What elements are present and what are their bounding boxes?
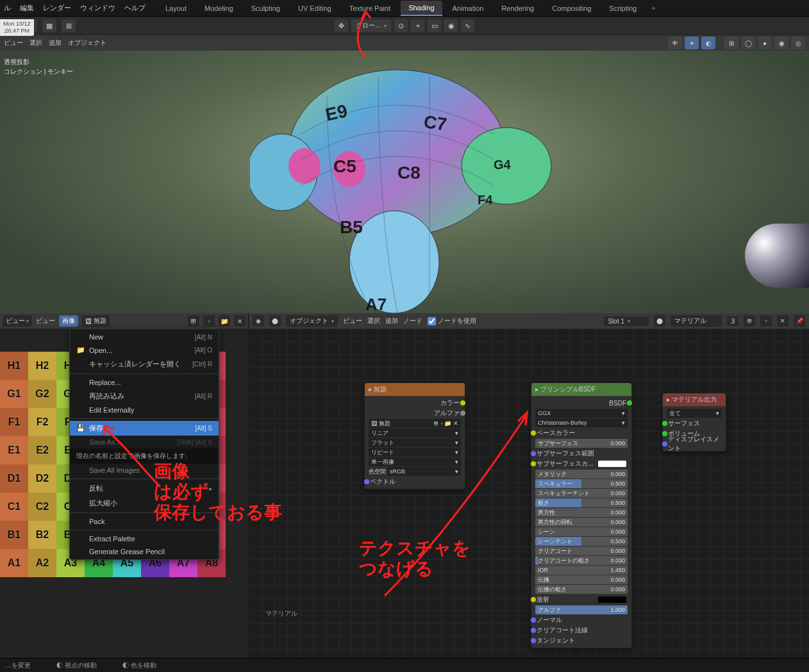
- proportional-icon[interactable]: ◉: [444, 19, 458, 32]
- viewrow-add[interactable]: 追加: [49, 38, 62, 47]
- bsdf-aniso[interactable]: 異方性0.000: [535, 508, 628, 517]
- use-nodes-check[interactable]: ノードを使用: [428, 316, 476, 325]
- bsdf-rough[interactable]: 粗さ0.500: [535, 498, 628, 507]
- menu-help[interactable]: ヘルプ: [124, 3, 146, 13]
- viewrow-object[interactable]: オブジェクト: [68, 38, 106, 47]
- sock-sradius[interactable]: サブサーフェス範囲: [534, 448, 629, 459]
- bsdf-sheentint[interactable]: シーンチント0.500: [535, 537, 628, 546]
- menu-extract[interactable]: Extract Palette: [70, 532, 219, 545]
- node-view[interactable]: ビュー: [343, 316, 362, 325]
- sock-emit[interactable]: 放射: [534, 594, 629, 605]
- tab-uv[interactable]: UV Editing: [290, 1, 339, 16]
- node-context-dd[interactable]: オブジェクト: [286, 315, 338, 327]
- tab-compositing[interactable]: Compositing: [544, 1, 599, 16]
- sock-in-vector[interactable]: ベクトル: [367, 477, 462, 487]
- sock-surface[interactable]: サーフェス: [665, 418, 723, 429]
- menu-edit[interactable]: 編集: [20, 3, 34, 13]
- xray-icon[interactable]: ⊞: [724, 37, 738, 49]
- menu-new[interactable]: New[Alt] N: [70, 331, 219, 343]
- shading-rendered-icon[interactable]: ◎: [791, 37, 805, 49]
- pivot-icon[interactable]: ⊙: [394, 19, 408, 32]
- menu-replace[interactable]: Replace...: [70, 376, 219, 389]
- tab-scripting[interactable]: Scripting: [601, 1, 644, 16]
- bsdf-trans[interactable]: 伝播0.000: [535, 575, 628, 584]
- image-texture-node[interactable]: ▸ 無題 カラー アルファ 🖼 無題⛨ ▫ 📁 ✕ リニア▾ フラット▾ リピー…: [364, 382, 465, 489]
- bsdf-title[interactable]: ▸ プリンシプルBSDF: [531, 383, 631, 396]
- bsdf-alpha[interactable]: アルファ1.000: [535, 605, 628, 614]
- menu-window[interactable]: ウィンドウ: [80, 3, 115, 13]
- bsdf-sheen[interactable]: シーン0.000: [535, 527, 628, 536]
- material-output-node[interactable]: ▸ マテリアル出力 全て▾ サーフェス ボリューム ディスプレイスメント: [662, 393, 726, 452]
- nodetype-shader-icon[interactable]: ⬤: [269, 315, 281, 327]
- uv-image-field[interactable]: 🖼 無題: [82, 315, 110, 327]
- bsdf-transrough[interactable]: 伝播の粗さ0.000: [535, 585, 628, 594]
- sock-out-alpha[interactable]: アルファ: [367, 408, 462, 418]
- viewport-3d[interactable]: 透視投影 コレクション | モンキー E9 C7 C5 C8 G4: [0, 51, 809, 313]
- output-title[interactable]: ▸ マテリアル出力: [663, 393, 726, 406]
- menu-reload[interactable]: 再読み込み[Alt] R: [70, 389, 219, 404]
- menu-scale[interactable]: 拡大縮小: [70, 496, 219, 511]
- imgnode-interp[interactable]: リニア▾: [369, 429, 461, 438]
- sock-scolor[interactable]: サブサーフェスカ...: [534, 459, 629, 469]
- sock-tangent[interactable]: タンジェント: [534, 635, 629, 646]
- mat-pin-icon[interactable]: 📌: [794, 315, 805, 327]
- sock-normal[interactable]: ノーマル: [534, 615, 629, 625]
- bsdf-dist[interactable]: GGX▾: [535, 409, 628, 418]
- matball-icon[interactable]: ⬤: [654, 315, 665, 327]
- uv-newimage-icon[interactable]: ▫: [203, 315, 215, 327]
- tab-add[interactable]: ＋: [647, 3, 660, 13]
- menu-edit-ext[interactable]: Edit Externally: [70, 404, 219, 416]
- shading-matprev-icon[interactable]: ◉: [774, 37, 788, 49]
- bsdf-ccrough[interactable]: クリアコートの粗さ0.030: [535, 556, 628, 565]
- menu-open[interactable]: 📁Open...[Alt] O: [70, 343, 219, 357]
- viewrow-select[interactable]: 選択: [29, 38, 42, 47]
- menu-pack[interactable]: Pack: [70, 515, 219, 528]
- mat-users[interactable]: 3: [727, 316, 738, 326]
- bsdf-ior[interactable]: IOR1.450: [535, 566, 628, 575]
- sock-disp[interactable]: ディスプレイスメント: [665, 439, 723, 449]
- menu-save-as[interactable]: Save As...[Shift] [Alt] S: [70, 436, 219, 448]
- mat-new-icon[interactable]: ▫: [760, 315, 772, 327]
- uv-editor-dd[interactable]: ビュー: [3, 315, 32, 327]
- tab-animation[interactable]: Animation: [445, 1, 492, 16]
- use-nodes-checkbox[interactable]: [428, 317, 436, 325]
- imgnode-title[interactable]: ▸ 無題: [365, 383, 465, 396]
- imgnode-source[interactable]: 単一画像▾: [369, 457, 461, 466]
- menu-grease[interactable]: Generate Grease Pencil: [70, 545, 219, 558]
- sock-ccnorm[interactable]: クリアコート法線: [534, 625, 629, 635]
- tab-modeling[interactable]: Modeling: [197, 1, 241, 16]
- overlay-icon[interactable]: ◐: [701, 37, 715, 49]
- tab-texpaint[interactable]: Texture Paint: [342, 1, 398, 16]
- bsdf-sss[interactable]: Christensen-Burley▾: [535, 418, 628, 427]
- tab-sculpting[interactable]: Sculpting: [244, 1, 288, 16]
- visibility-icon[interactable]: 👁: [668, 37, 682, 49]
- layout-icon-3[interactable]: ⊞: [62, 19, 76, 32]
- gizmo-icon[interactable]: ✦: [685, 37, 699, 49]
- bsdf-anisorot[interactable]: 異方性の回転0.000: [535, 518, 628, 527]
- menu-invert[interactable]: 反転▸: [70, 481, 219, 496]
- bsdf-spec[interactable]: スペキュラー0.500: [535, 479, 628, 488]
- menu-save[interactable]: 💾保存[Alt] S: [70, 421, 219, 436]
- shading-solid-icon[interactable]: ●: [758, 37, 772, 49]
- principled-bsdf-node[interactable]: ▸ プリンシプルBSDF BSDF GGX▾ Christensen-Burle…: [531, 382, 632, 648]
- bsdf-spectint[interactable]: スペキュラーチント0.000: [535, 489, 628, 498]
- layout-icon-2[interactable]: ▦: [42, 19, 56, 32]
- uv-close-icon[interactable]: ✕: [234, 315, 246, 327]
- orientation-icon[interactable]: ✥: [334, 19, 348, 32]
- menu-save-all[interactable]: Save All Images: [70, 464, 219, 477]
- imgnode-image-dd[interactable]: 🖼 無題⛨ ▫ 📁 ✕: [369, 419, 461, 428]
- viewrow-view[interactable]: ビュー: [4, 38, 23, 47]
- uv-shield-icon[interactable]: ⛨: [188, 315, 199, 327]
- sock-basecolor[interactable]: ベースカラー: [534, 428, 629, 438]
- mat-unlink-icon[interactable]: ✕: [777, 315, 788, 327]
- node-add[interactable]: 追加: [385, 316, 398, 325]
- node-select[interactable]: 選択: [367, 316, 380, 325]
- uv-openfolder-icon[interactable]: 📁: [219, 315, 230, 327]
- tab-shading[interactable]: Shading: [401, 1, 442, 16]
- node-node[interactable]: ノード: [403, 316, 422, 325]
- falloff-icon[interactable]: ∿: [461, 19, 475, 32]
- sock-out-bsdf[interactable]: BSDF: [534, 398, 629, 408]
- mat-shield-icon[interactable]: ⛨: [744, 315, 755, 327]
- slot-dd[interactable]: Slot 1: [604, 316, 649, 326]
- menu-cached-render[interactable]: キャッシュ済レンダーを開く[Ctrl] R: [70, 357, 219, 372]
